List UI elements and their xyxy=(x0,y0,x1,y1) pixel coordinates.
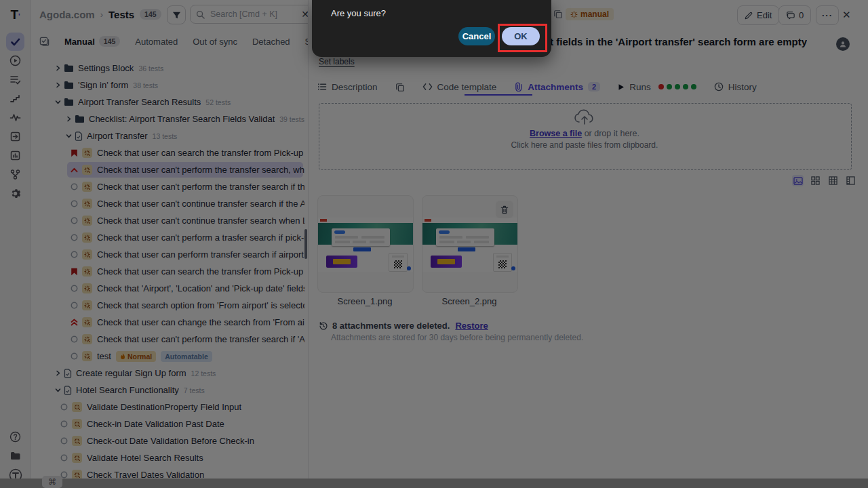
confirm-message: Are you sure? xyxy=(331,8,386,18)
ok-highlight-annotation xyxy=(498,24,547,52)
modal-dim-overlay[interactable] xyxy=(0,0,868,488)
cancel-button[interactable]: Cancel xyxy=(458,27,495,45)
confirm-dialog: Are you sure? Cancel OK xyxy=(312,0,551,57)
